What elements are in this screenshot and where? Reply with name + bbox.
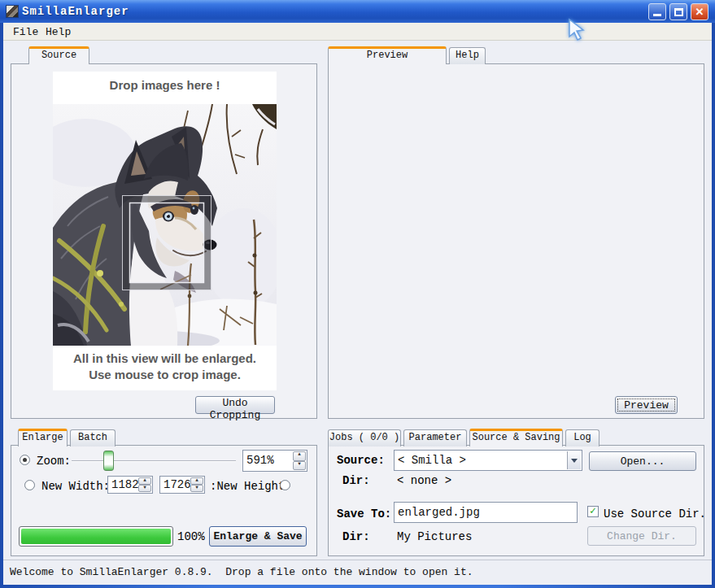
- height-spin-down-icon[interactable]: ▼: [190, 485, 203, 492]
- new-height-value: 1726: [163, 478, 191, 491]
- zoom-label: Zoom:: [37, 455, 71, 468]
- preview-image[interactable]: [351, 68, 675, 397]
- mouse-cursor-icon: [565, 17, 589, 41]
- new-width-spinbox[interactable]: 1182 ▲ ▼: [107, 476, 153, 494]
- new-height-label: :New Height: [210, 480, 285, 493]
- tab-source-saving[interactable]: Source & Saving: [469, 429, 563, 446]
- app-window: SmillaEnlarger ✕ File Help Source Drop i…: [0, 0, 715, 588]
- close-button[interactable]: ✕: [691, 3, 708, 20]
- zoom-spinbox[interactable]: 591% ▲ ▼: [242, 450, 307, 472]
- crop-hint-line2: Use mouse to crop image.: [53, 367, 277, 383]
- tab-batch[interactable]: Batch: [70, 429, 116, 446]
- chevron-down-icon: [571, 459, 578, 463]
- source-combobox[interactable]: < Smilla >: [394, 450, 582, 471]
- check-icon: ✓: [590, 505, 596, 517]
- progress-bar: [19, 526, 173, 547]
- app-icon: [6, 5, 19, 18]
- height-spin-up-icon[interactable]: ▲: [190, 477, 203, 485]
- dir-value: < none >: [397, 474, 451, 487]
- dir2-value: My Pictures: [397, 530, 472, 543]
- dir2-label: Dir:: [342, 530, 370, 543]
- open-button[interactable]: Open...: [589, 451, 696, 471]
- tab-parameter[interactable]: Parameter: [403, 429, 467, 446]
- close-icon: ✕: [691, 6, 708, 18]
- save-to-input[interactable]: [394, 502, 578, 523]
- change-dir-button[interactable]: Change Dir.: [587, 526, 696, 546]
- enlarge-save-button[interactable]: Enlarge & Save: [209, 526, 307, 547]
- new-width-radio[interactable]: [24, 480, 35, 490]
- menu-bar: File Help: [3, 23, 712, 41]
- drop-hint-text: Drop images here !: [53, 78, 277, 92]
- maximize-icon: [674, 8, 683, 16]
- width-spin-up-icon[interactable]: ▲: [138, 477, 151, 485]
- new-height-spinbox[interactable]: 1726 ▲ ▼: [159, 476, 205, 494]
- undo-cropping-button[interactable]: Undo Cropping: [195, 396, 275, 414]
- maximize-button[interactable]: [669, 3, 687, 20]
- new-height-radio[interactable]: [280, 480, 290, 490]
- zoom-slider-handle[interactable]: [103, 451, 114, 471]
- use-source-dir-checkbox[interactable]: ✓: [587, 506, 599, 517]
- minimize-button[interactable]: [648, 3, 666, 20]
- progress-fill: [21, 529, 171, 544]
- tab-preview[interactable]: Preview: [328, 46, 447, 64]
- source-label: Source:: [337, 454, 385, 467]
- menu-help[interactable]: Help: [42, 25, 74, 39]
- zoom-radio-dot: [23, 458, 27, 462]
- zoom-slider-groove[interactable]: [72, 460, 236, 462]
- tab-log[interactable]: Log: [565, 429, 599, 446]
- zoom-value: 591%: [246, 454, 274, 467]
- zoom-radio[interactable]: [20, 455, 30, 465]
- status-bar: Welcome to SmillaEnlarger 0.8.9. Drop a …: [3, 560, 712, 585]
- save-to-label: Save To:: [337, 507, 391, 520]
- zoom-spin-up-icon[interactable]: ▲: [293, 451, 306, 461]
- source-combobox-value: < Smilla >: [398, 454, 466, 467]
- width-spin-down-icon[interactable]: ▼: [138, 485, 151, 492]
- crop-hint-line1: All in this view will be enlarged.: [53, 351, 277, 367]
- dir-label: Dir:: [342, 474, 370, 487]
- new-width-value: 1182: [111, 478, 139, 491]
- source-image[interactable]: [53, 104, 277, 346]
- zoom-spin-down-icon[interactable]: ▼: [293, 461, 306, 471]
- menu-file[interactable]: File: [10, 25, 41, 39]
- status-message: Welcome to SmillaEnlarger 0.8.9. Drop a …: [10, 566, 473, 578]
- minimize-icon: [653, 14, 661, 16]
- combo-dropdown-button[interactable]: [567, 451, 581, 469]
- tab-jobs[interactable]: Jobs ( 0/0 ): [328, 429, 401, 446]
- tab-source[interactable]: Source: [28, 46, 89, 64]
- tab-enlarge[interactable]: Enlarge: [18, 429, 68, 446]
- preview-button[interactable]: Preview: [615, 396, 678, 414]
- tab-help[interactable]: Help: [449, 47, 486, 64]
- progress-label: 100%: [177, 530, 205, 543]
- title-bar[interactable]: SmillaEnlarger ✕: [0, 0, 715, 23]
- window-title: SmillaEnlarger: [22, 5, 129, 18]
- new-width-label: New Width:: [41, 480, 110, 493]
- use-source-dir-label: Use Source Dir.: [604, 507, 706, 520]
